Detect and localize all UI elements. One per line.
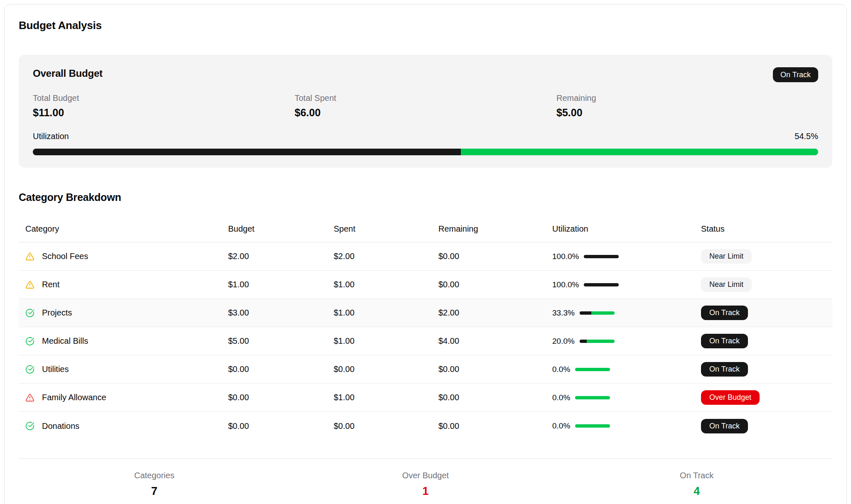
spent-cell: $1.00	[327, 336, 432, 346]
table-row: Rent$1.00$1.00$0.00100.0%Near Limit	[19, 271, 832, 299]
remaining-cell: $0.00	[432, 365, 546, 374]
category-name: Projects	[42, 308, 72, 318]
utilization-mini-bar	[575, 424, 610, 428]
utilization-label: Utilization	[33, 131, 69, 141]
remaining-cell: $0.00	[432, 393, 546, 402]
summary-item: On Track4	[561, 470, 832, 498]
category-cell: Utilities	[19, 365, 221, 374]
status-badge: Over Budget	[701, 390, 760, 405]
column-header-budget: Budget	[221, 224, 327, 234]
stat-label: Total Budget	[33, 93, 295, 103]
table-row: School Fees$2.00$2.00$0.00100.0%Near Lim…	[19, 242, 832, 271]
table-body: School Fees$2.00$2.00$0.00100.0%Near Lim…	[19, 242, 832, 440]
category-name: Donations	[42, 421, 79, 431]
category-cell: Projects	[19, 308, 221, 318]
utilization-value: 54.5%	[794, 131, 818, 141]
remaining-cell: $2.00	[432, 308, 546, 318]
summary-value: 4	[561, 484, 832, 498]
status-badge: On Track	[701, 334, 748, 348]
spent-cell: $0.00	[327, 421, 432, 431]
stat-value: $5.00	[556, 106, 818, 119]
status-badge: On Track	[701, 362, 748, 377]
status-badge: On Track	[701, 419, 748, 433]
spent-cell: $1.00	[327, 393, 432, 402]
budget-cell: $2.00	[221, 252, 327, 261]
spent-cell: $1.00	[327, 308, 432, 318]
utilization-cell: 20.0%	[546, 337, 694, 346]
category-table: Category Budget Spent Remaining Utilizat…	[19, 218, 832, 440]
budget-cell: $1.00	[221, 280, 327, 289]
status-cell: On Track	[694, 334, 832, 348]
overall-budget-title: Overall Budget	[33, 67, 103, 80]
budget-analysis-card: Budget Analysis Overall Budget On Track …	[4, 4, 847, 504]
utilization-percent: 20.0%	[552, 337, 575, 346]
utilization-mini-bar	[580, 340, 615, 343]
section-title-category-breakdown: Category Breakdown	[19, 191, 832, 203]
check-circle-icon	[25, 421, 34, 431]
stat-value: $11.00	[33, 106, 295, 119]
status-cell: On Track	[694, 419, 832, 433]
summary-label: On Track	[561, 470, 832, 480]
category-cell: School Fees	[19, 252, 221, 261]
status-badge: On Track	[701, 306, 748, 320]
status-badge: Near Limit	[701, 249, 752, 264]
table-row: Family Allowance$0.00$1.00$0.000.0%Over …	[19, 384, 832, 412]
summary-row: Categories7Over Budget1On Track4	[19, 458, 832, 498]
overall-utilization-bar	[33, 149, 818, 155]
spent-cell: $1.00	[327, 280, 432, 289]
table-header: Category Budget Spent Remaining Utilizat…	[19, 218, 832, 242]
status-cell: Near Limit	[694, 277, 832, 292]
utilization-percent: 100.0%	[552, 280, 579, 289]
utilization-mini-bar	[575, 396, 610, 399]
category-name: School Fees	[42, 252, 88, 261]
category-cell: Rent	[19, 280, 221, 289]
check-circle-icon	[25, 365, 34, 374]
spent-cell: $2.00	[327, 252, 432, 261]
budget-cell: $3.00	[221, 308, 327, 318]
category-name: Family Allowance	[42, 393, 106, 402]
summary-value: 1	[290, 484, 561, 498]
table-row: Medical Bills$5.00$1.00$4.0020.0%On Trac…	[19, 327, 832, 355]
utilization-percent: 0.0%	[552, 365, 570, 374]
remaining-cell: $0.00	[432, 421, 546, 431]
utilization-percent: 33.3%	[552, 308, 575, 318]
category-name: Medical Bills	[42, 336, 88, 346]
utilization-percent: 0.0%	[552, 421, 570, 431]
utilization-cell: 33.3%	[546, 308, 694, 318]
status-cell: On Track	[694, 306, 832, 320]
spent-cell: $0.00	[327, 365, 432, 374]
summary-item: Categories7	[19, 470, 290, 498]
table-row: Projects$3.00$1.00$2.0033.3%On Track	[19, 299, 832, 327]
status-badge: Near Limit	[701, 277, 752, 292]
warning-triangle-icon	[25, 280, 34, 289]
remaining-cell: $0.00	[432, 252, 546, 261]
budget-cell: $0.00	[221, 365, 327, 374]
stat-value: $6.00	[295, 106, 556, 119]
table-row: Donations$0.00$0.00$0.000.0%On Track	[19, 412, 832, 440]
utilization-percent: 100.0%	[552, 252, 579, 261]
utilization-mini-bar	[580, 311, 615, 315]
category-cell: Donations	[19, 421, 221, 431]
summary-label: Over Budget	[290, 470, 561, 480]
category-cell: Family Allowance	[19, 393, 221, 402]
column-header-utilization: Utilization	[546, 224, 694, 234]
overall-budget-card: Overall Budget On Track Total Budget $11…	[19, 55, 832, 168]
summary-label: Categories	[19, 470, 290, 480]
utilization-mini-bar	[584, 283, 619, 286]
stat-label: Remaining	[556, 93, 818, 103]
alert-triangle-icon	[25, 393, 34, 402]
summary-item: Over Budget1	[290, 470, 561, 498]
column-header-remaining: Remaining	[432, 224, 546, 234]
status-cell: Near Limit	[694, 249, 832, 264]
utilization-cell: 100.0%	[546, 280, 694, 289]
utilization-cell: 0.0%	[546, 393, 694, 402]
category-name: Rent	[42, 280, 59, 289]
overall-utilization-fill	[33, 149, 461, 155]
overall-stats: Total Budget $11.00 Total Spent $6.00 Re…	[33, 93, 818, 119]
page-title: Budget Analysis	[19, 19, 832, 32]
check-circle-icon	[25, 337, 34, 346]
summary-value: 7	[19, 484, 290, 498]
utilization-percent: 0.0%	[552, 393, 570, 402]
utilization-cell: 0.0%	[546, 365, 694, 374]
status-cell: On Track	[694, 362, 832, 377]
